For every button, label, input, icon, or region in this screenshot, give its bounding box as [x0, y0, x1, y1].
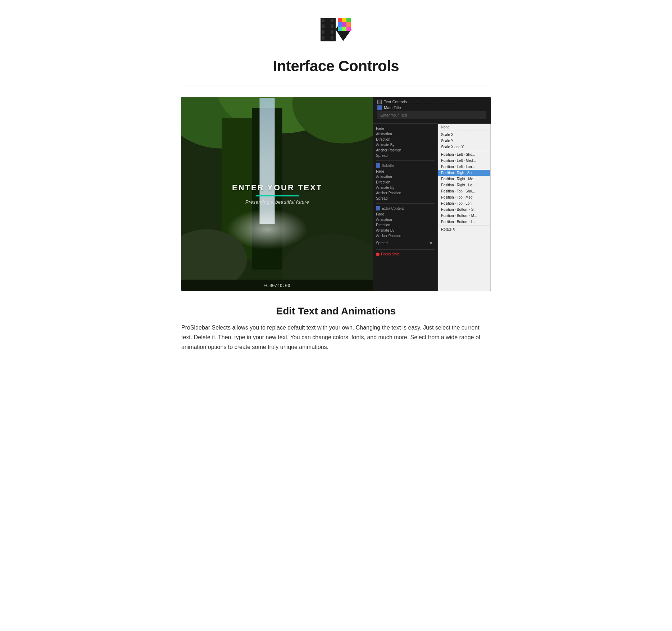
dropdown-item-pos-right-med[interactable]: Position · Right · Me... [438, 176, 490, 182]
video-timecode: 0:00/40:00 [264, 283, 290, 288]
control-row-spread-1[interactable]: Spread [376, 153, 435, 158]
svg-rect-18 [346, 27, 351, 31]
sidebar-panel: Text Controls...........................… [373, 97, 491, 291]
focus-style-section-title-row: Focus Style [376, 251, 435, 257]
video-area: ENTER YOUR TEXT Presenting a beautiful f… [181, 97, 373, 291]
focus-style-label: Focus Style [381, 252, 400, 256]
dropdown-item-pos-left-med[interactable]: Position · Left · Med... [438, 158, 490, 164]
svg-rect-3 [322, 30, 324, 34]
dropdown-item-pos-top-short[interactable]: Position · Top · Sho... [438, 188, 490, 194]
control-row-fade-3[interactable]: Fade [376, 212, 435, 217]
main-title-checkbox[interactable] [377, 105, 382, 110]
focus-style-red-dot [376, 253, 380, 256]
control-row-animateby-3[interactable]: Animate By [376, 228, 435, 233]
control-row-direction-1[interactable]: Direction [376, 137, 435, 142]
dropdown-item-pos-top-med[interactable]: Position · Top · Med... [438, 194, 490, 200]
control-row-animation-1[interactable]: Animation [376, 131, 435, 137]
svg-rect-1 [322, 19, 324, 22]
section-divider [181, 86, 491, 86]
dropdown-item-pos-bottom-short[interactable]: Position · Bottom · S... [438, 206, 490, 213]
control-row-anchorposition-1[interactable]: Anchor Position [376, 147, 435, 153]
spread-heart-icon: ♥ [427, 239, 435, 246]
svg-rect-8 [331, 36, 333, 40]
dropdown-item-scalex[interactable]: Scale X [438, 132, 490, 138]
dropdown-item-pos-left-short[interactable]: Position · Left · Sho... [438, 151, 490, 158]
text-controls-checkbox[interactable] [377, 100, 382, 104]
overlay-underline [256, 195, 299, 196]
svg-rect-11 [342, 18, 346, 22]
screenshot-container: ENTER YOUR TEXT Presenting a beautiful f… [181, 97, 491, 291]
svg-rect-17 [342, 27, 346, 31]
text-input-field[interactable] [377, 111, 486, 119]
control-row-animation-2[interactable]: Animation [376, 174, 435, 180]
svg-rect-7 [331, 30, 333, 34]
control-row-anchorposition-2[interactable]: Anchor Position [376, 190, 435, 196]
main-title-label: Main Title [384, 105, 401, 110]
dropdown-item-pos-left-long[interactable]: Position · Left · Lon... [438, 164, 490, 170]
svg-rect-14 [342, 22, 346, 27]
svg-rect-12 [346, 18, 351, 22]
subtitle-checkbox[interactable] [376, 163, 380, 168]
svg-rect-6 [331, 24, 333, 28]
edit-section-title: Edit Text and Animations [181, 305, 491, 317]
control-row-animateby-2[interactable]: Animate By [376, 185, 435, 190]
dropdown-item-pos-bottom-med[interactable]: Position · Bottom · M... [438, 213, 490, 219]
video-background: ENTER YOUR TEXT Presenting a beautiful f… [181, 97, 373, 291]
svg-rect-13 [338, 22, 342, 27]
sidebar-content: Fade Animation Direction Animate By Anch… [373, 124, 491, 291]
control-row-direction-2[interactable]: Direction [376, 180, 435, 185]
animation-dropdown[interactable]: None Scale X Scale Y Scale X and Y Posit… [438, 124, 491, 291]
svg-rect-10 [338, 18, 342, 22]
subtitle-section-title-row: Subtitle [376, 162, 435, 169]
control-row-fade-2[interactable]: Fade [376, 169, 435, 174]
main-title-row: Main Title [377, 105, 486, 110]
dropdown-item-rotatex[interactable]: Rotate X [438, 226, 490, 232]
overlay-subtitle: Presenting a beautiful future [200, 199, 354, 205]
edit-section-body: ProSidebar Selects allows you to replace… [181, 323, 491, 352]
control-row-spread-2[interactable]: Spread [376, 196, 435, 201]
dropdown-item-scaley[interactable]: Scale Y [438, 138, 490, 144]
svg-rect-2 [322, 24, 324, 28]
text-controls-label: Text Controls...........................… [384, 100, 453, 104]
dropdown-item-pos-right-short[interactable]: Position · Righ · Sh... [438, 170, 490, 176]
app-logo [320, 14, 352, 47]
dropdown-item-pos-right-long[interactable]: Position · Right · Lo... [438, 182, 490, 188]
subtitle-label: Subtitle [382, 164, 394, 168]
extra-content-controls: Fade Animation Direction Animate By Anch… [376, 212, 435, 247]
control-row-direction-3[interactable]: Direction [376, 222, 435, 228]
control-row-animateby-1[interactable]: Animate By [376, 142, 435, 147]
svg-rect-15 [346, 22, 351, 27]
page-wrapper: Interface Controls [174, 0, 498, 367]
subtitle-controls: Fade Animation Direction Animate By Anch… [376, 169, 435, 201]
dropdown-item-none[interactable]: None [438, 124, 490, 131]
extra-content-label: Extra Content [382, 206, 404, 210]
sidebar-header: Text Controls...........................… [373, 97, 491, 124]
control-row-spread-3[interactable]: Spread ♥ [376, 239, 435, 247]
extra-content-section-title-row: Extra Content [376, 205, 435, 212]
overlay-title: ENTER YOUR TEXT [200, 183, 354, 192]
controls-list: Fade Animation Direction Animate By Anch… [373, 124, 438, 291]
svg-rect-25 [259, 98, 274, 224]
svg-rect-16 [338, 27, 342, 31]
control-row-anchorposition-3[interactable]: Anchor Position [376, 233, 435, 239]
dropdown-item-scalexy[interactable]: Scale X and Y [438, 144, 490, 150]
page-title: Interface Controls [181, 58, 491, 75]
extra-content-checkbox[interactable] [376, 206, 380, 210]
edit-section: Edit Text and Animations ProSidebar Sele… [181, 305, 491, 352]
svg-rect-4 [322, 36, 324, 40]
video-text-overlay: ENTER YOUR TEXT Presenting a beautiful f… [200, 183, 354, 205]
main-title-controls: Fade Animation Direction Animate By Anch… [376, 126, 435, 158]
logo-area [181, 14, 491, 47]
text-controls-header-row: Text Controls...........................… [377, 100, 486, 104]
svg-rect-5 [331, 19, 333, 22]
control-row-fade-1[interactable]: Fade [376, 126, 435, 131]
dropdown-item-pos-bottom-long[interactable]: Position · Bottom · L... [438, 219, 490, 225]
control-row-animation-3[interactable]: Animation [376, 217, 435, 222]
dropdown-item-pos-top-long[interactable]: Position · Top · Lon... [438, 200, 490, 206]
